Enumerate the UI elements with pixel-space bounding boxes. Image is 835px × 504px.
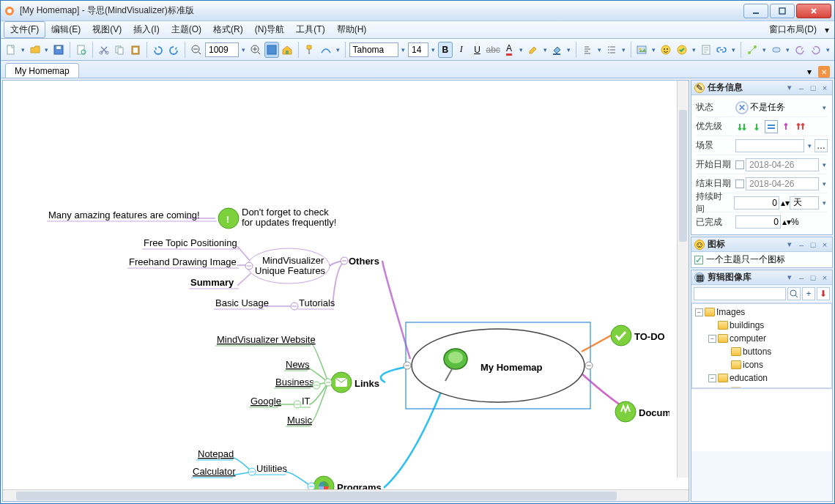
start-date-input[interactable]: 2018-04-26 xyxy=(746,158,819,171)
complete-input[interactable]: 0 xyxy=(735,215,781,229)
mindmap-canvas[interactable]: My Homemap Others MindVisualizer Unique … xyxy=(3,81,689,489)
tree-item[interactable]: computer xyxy=(730,332,766,345)
note-button[interactable] xyxy=(699,42,713,58)
menu-view[interactable]: 视图(V) xyxy=(86,21,127,38)
start-date-dropdown[interactable]: ▾ xyxy=(820,161,828,168)
tree-item[interactable]: buttons xyxy=(743,345,771,358)
menu-tools[interactable]: 工具(T) xyxy=(290,21,330,38)
close-button[interactable] xyxy=(796,4,831,18)
scene-dropdown[interactable]: ▾ xyxy=(806,142,813,149)
highlight-dropdown[interactable]: ▾ xyxy=(542,46,549,53)
panel-menu-button[interactable]: ▾ xyxy=(785,240,794,249)
duration-unit[interactable]: 天 xyxy=(790,196,819,210)
boundary-dropdown[interactable]: ▾ xyxy=(785,46,792,53)
panel-max-button[interactable]: □ xyxy=(809,240,817,249)
icons-header[interactable]: ☺ 图标 ▾ – □ × xyxy=(691,237,832,252)
menu-edit[interactable]: 编辑(E) xyxy=(45,21,86,38)
status-value[interactable]: 不是任务 xyxy=(750,101,819,114)
menu-topic[interactable]: 主题(O) xyxy=(166,21,207,38)
task-dropdown[interactable]: ▾ xyxy=(691,46,697,53)
cut-button[interactable] xyxy=(97,42,111,58)
zoom-combo[interactable]: 1009 xyxy=(205,42,239,57)
panel-close-button[interactable]: × xyxy=(820,273,829,282)
align-button[interactable] xyxy=(580,42,595,58)
list-button[interactable] xyxy=(604,42,619,58)
duration-input[interactable]: 0 xyxy=(734,196,779,210)
panel-max-button[interactable]: □ xyxy=(809,273,817,282)
menu-windowlayout-drop[interactable]: ▾ xyxy=(823,21,831,38)
expander-icon[interactable]: − xyxy=(708,335,716,343)
curve-dropdown[interactable]: ▾ xyxy=(335,46,341,53)
boundary-button[interactable] xyxy=(769,42,784,58)
end-date-dropdown[interactable]: ▾ xyxy=(820,180,828,188)
fullscreen-button[interactable] xyxy=(264,42,279,58)
image-button[interactable] xyxy=(634,42,649,58)
minimize-button[interactable] xyxy=(743,4,768,18)
fontsize-combo[interactable]: 14 xyxy=(408,42,428,57)
panel-min-button[interactable]: – xyxy=(797,240,806,249)
clipart-tree[interactable]: −Images buildings −computer buttons icon… xyxy=(691,303,832,388)
font-combo[interactable]: Tahoma xyxy=(349,42,398,57)
panel-close-button[interactable]: × xyxy=(820,240,829,249)
clipart-import-button[interactable]: ⬇ xyxy=(817,287,830,300)
tree-item[interactable]: education xyxy=(730,371,768,385)
zoomout-button[interactable] xyxy=(189,42,204,58)
clipart-search-button[interactable] xyxy=(787,287,801,300)
panel-menu-button[interactable]: ▾ xyxy=(785,83,794,92)
menu-format[interactable]: 格式(R) xyxy=(207,21,249,38)
panel-min-button[interactable]: – xyxy=(797,84,806,92)
panel-min-button[interactable]: – xyxy=(797,273,806,282)
relation-button[interactable] xyxy=(745,42,760,58)
smiley-button[interactable] xyxy=(658,42,673,58)
clipart-search-input[interactable] xyxy=(694,287,786,300)
tab-close-button[interactable]: ✕ xyxy=(818,66,830,78)
open-button[interactable] xyxy=(28,42,42,58)
redo-button[interactable] xyxy=(167,42,182,58)
maximize-button[interactable] xyxy=(770,4,795,18)
tree-item[interactable]: icons xyxy=(743,358,763,371)
image-dropdown[interactable]: ▾ xyxy=(650,46,657,53)
nav-prev-button[interactable] xyxy=(793,42,807,58)
paste-button[interactable] xyxy=(128,42,143,58)
priority-low[interactable] xyxy=(750,120,763,133)
status-dropdown[interactable]: ▾ xyxy=(820,104,828,111)
scene-input[interactable] xyxy=(735,139,804,152)
align-dropdown[interactable]: ▾ xyxy=(596,46,603,53)
clipart-header[interactable]: ▦ 剪辑图像库 ▾ – □ × xyxy=(691,270,832,285)
one-icon-checkbox[interactable]: ✓ 一个主题只一个图标 xyxy=(694,253,829,266)
relation-dropdown[interactable]: ▾ xyxy=(761,46,768,53)
save-button[interactable] xyxy=(51,42,66,58)
start-check[interactable] xyxy=(735,160,744,169)
end-check[interactable] xyxy=(735,179,744,188)
menu-windowlayout[interactable]: 窗口布局(D) xyxy=(763,21,823,38)
expander-icon[interactable]: − xyxy=(708,374,716,382)
nav-next-dropdown[interactable]: ▾ xyxy=(825,46,831,53)
format-painter-button[interactable] xyxy=(303,42,317,58)
underline-button[interactable]: U xyxy=(470,42,485,58)
list-dropdown[interactable]: ▾ xyxy=(620,46,627,53)
zoom-dropdown[interactable]: ▾ xyxy=(240,46,247,53)
expander-icon[interactable]: − xyxy=(695,308,703,316)
scene-browse[interactable]: … xyxy=(814,139,828,152)
menu-insert[interactable]: 插入(I) xyxy=(127,21,165,38)
menu-file[interactable]: 文件(F) xyxy=(4,21,45,38)
priority-highest[interactable] xyxy=(794,120,807,133)
link-dropdown[interactable]: ▾ xyxy=(730,46,737,53)
vertical-scrollbar[interactable] xyxy=(677,81,689,478)
new-dropdown[interactable]: ▾ xyxy=(20,46,26,53)
font-dropdown[interactable]: ▾ xyxy=(400,46,407,53)
fillcolor-button[interactable] xyxy=(550,42,565,58)
panel-close-button[interactable]: × xyxy=(820,84,829,92)
copy-button[interactable] xyxy=(112,42,127,58)
clipart-add-button[interactable]: + xyxy=(802,287,815,300)
curve-button[interactable] xyxy=(319,42,333,58)
fontsize-dropdown[interactable]: ▾ xyxy=(430,46,437,53)
home-button[interactable] xyxy=(281,42,295,58)
horizontal-scrollbar[interactable] xyxy=(3,489,689,501)
italic-button[interactable]: I xyxy=(454,42,469,58)
panel-menu-button[interactable]: ▾ xyxy=(785,273,794,282)
bold-button[interactable]: B xyxy=(438,42,453,58)
priority-normal[interactable] xyxy=(765,120,778,133)
link-button[interactable] xyxy=(714,42,729,58)
panel-max-button[interactable]: □ xyxy=(809,84,817,92)
